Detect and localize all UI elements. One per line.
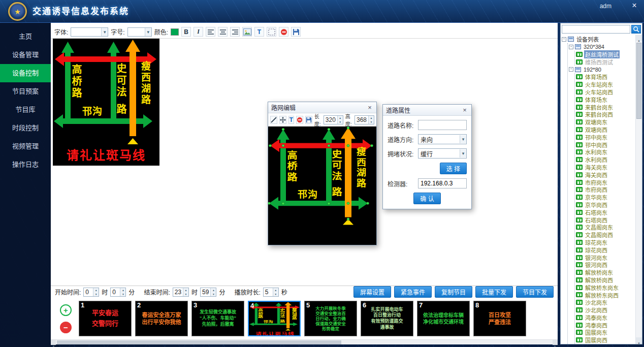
save-icon[interactable] xyxy=(291,27,301,37)
remove-program-button[interactable] xyxy=(60,322,72,333)
spin-arrows[interactable] xyxy=(93,288,99,296)
close-icon[interactable] xyxy=(461,107,468,114)
action-button[interactable]: 复制节目 xyxy=(435,286,472,298)
tree-device-item[interactable]: 鸿泰岗东 xyxy=(576,313,635,321)
sidebar-item[interactable]: 时段控制 xyxy=(0,119,51,137)
tree-device-item[interactable]: 水利岗东 xyxy=(576,148,635,156)
tree-device-item[interactable]: 邗中岗西 xyxy=(576,141,635,148)
tree-device-item[interactable]: 解放桥东岗东 xyxy=(576,283,635,291)
playlist-item-7[interactable]: 7 依法治理非标车辆净化城市交通环境 xyxy=(417,301,470,336)
sign-preview[interactable]: 高桥路 史可法 路 邗沟 瘦西湖路 请礼让斑马线 xyxy=(53,39,159,166)
action-button[interactable]: 屏幕设置 xyxy=(353,286,391,298)
color-swatch[interactable] xyxy=(171,28,179,36)
tree-group-320x384[interactable]: 320*384 xyxy=(569,43,635,51)
delete-icon[interactable] xyxy=(296,116,303,124)
device-search-input[interactable] xyxy=(562,25,630,34)
height-spinner[interactable]: 368 xyxy=(355,115,374,124)
tree-expander-icon[interactable] xyxy=(569,67,573,72)
draw-line-icon[interactable] xyxy=(270,116,277,124)
action-button[interactable]: 紧急事件 xyxy=(394,286,432,298)
sidebar-item[interactable]: 设备控制 xyxy=(0,64,51,82)
save-icon[interactable] xyxy=(305,116,312,124)
playlist-item-5[interactable]: 5 大力开展秋冬季交通安全整治百日行动，全力确保道路交通安全形势稳定 xyxy=(304,301,357,336)
tree-group-192x80[interactable]: 192*80 xyxy=(569,66,635,73)
scroll-down-icon[interactable] xyxy=(636,337,642,344)
tree-device-item[interactable]: 银河岗东 xyxy=(576,254,635,261)
tree-device-item[interactable]: 京华岗西 xyxy=(576,201,635,209)
road-props-titlebar[interactable]: 道路属性 xyxy=(383,105,471,116)
tree-device-item[interactable]: 双塘岗东 xyxy=(576,118,635,126)
align-right-icon[interactable] xyxy=(230,27,240,37)
spin-arrows[interactable] xyxy=(337,116,343,124)
playlist-item-1[interactable]: 1 平安春运交警同行 xyxy=(79,301,132,336)
spin-arrows[interactable] xyxy=(183,288,188,296)
tree-device-item[interactable]: 来鹤台岗东 xyxy=(576,103,635,111)
scrollbar-thumb[interactable] xyxy=(57,340,341,344)
spin-arrows[interactable] xyxy=(368,116,374,124)
playlist-item-4[interactable]: 4 高桥路 史可法 路 邗沟 瘦西湖路 xyxy=(248,301,301,336)
tree-device-item[interactable]: 双塘岗西 xyxy=(576,126,635,134)
playlist-item-6[interactable]: 6 扎实开展电动车百日整治行动有效预防道路交通事故 xyxy=(361,301,413,336)
close-icon[interactable] xyxy=(366,104,373,111)
align-center-icon[interactable] xyxy=(218,27,228,37)
duration-spinner[interactable]: 5 xyxy=(263,288,279,297)
tree-device-item[interactable]: 海关岗西 xyxy=(576,171,635,178)
tree-device-item[interactable]: 文昌阁岗西 xyxy=(576,231,635,239)
playlist-item-3[interactable]: 3 发生轻微交通事故“人不伤、车能动”先拍照，后撤离 xyxy=(191,301,244,336)
tree-device-item[interactable]: 文昌阁岗东 xyxy=(576,224,635,231)
tree-device-item[interactable]: 银河岗西 xyxy=(576,261,635,269)
tree-expander-icon[interactable] xyxy=(569,45,573,49)
tree-device-item[interactable]: 解放桥岗西 xyxy=(576,276,635,284)
move-icon[interactable] xyxy=(279,116,286,124)
tree-device-item[interactable]: 赵丝湾桥测试 xyxy=(576,51,635,58)
road-direction-select[interactable]: 来向 xyxy=(418,134,467,144)
end-hour-spinner[interactable]: 23 xyxy=(173,288,189,297)
tree-device-item[interactable]: 沙北岗东 xyxy=(576,299,635,306)
tree-device-item[interactable]: 解放桥东岗西 xyxy=(576,291,635,299)
user-label[interactable]: adm xyxy=(600,3,611,10)
insert-image-icon[interactable] xyxy=(242,27,252,37)
select-button[interactable]: 选 择 xyxy=(440,163,467,174)
scroll-left-icon[interactable] xyxy=(51,340,56,345)
tree-device-item[interactable]: 石塔岗西 xyxy=(576,216,635,224)
tree-device-item[interactable]: 体育场西 xyxy=(576,73,635,81)
action-button[interactable]: 批量下发 xyxy=(475,286,513,298)
dashed-box-icon[interactable] xyxy=(267,27,276,37)
playlist-item-2[interactable]: 2 春运安全连万家出行平安你我他 xyxy=(135,301,188,336)
playlist-item-8[interactable]: 8 百日攻坚严查违法 xyxy=(473,301,526,336)
scroll-right-icon[interactable] xyxy=(553,340,558,345)
sidebar-item[interactable]: 节目预案 xyxy=(0,82,51,101)
start-hour-spinner[interactable]: 0 xyxy=(83,288,99,297)
tree-device-item[interactable]: 国展岗东 xyxy=(576,329,635,336)
tree-device-item[interactable]: 沙北岗西 xyxy=(576,306,635,314)
spin-arrows[interactable] xyxy=(273,288,278,296)
scroll-up-icon[interactable] xyxy=(636,35,642,41)
scrollbar-thumb[interactable] xyxy=(636,43,641,119)
tree-device-item[interactable]: 体育场东 xyxy=(576,96,635,103)
sidebar-item[interactable]: 操作日志 xyxy=(0,155,51,174)
tree-device-item[interactable]: 京华岗东 xyxy=(576,194,635,201)
tree-device-item[interactable]: 石塔岗东 xyxy=(576,208,635,216)
tree-device-item[interactable]: 琼花岗东 xyxy=(576,239,635,246)
tree-device-item[interactable]: 来鹤台岗西 xyxy=(576,111,635,118)
tree-device-item[interactable]: 市府岗西 xyxy=(576,186,635,194)
font-family-select[interactable] xyxy=(71,27,108,37)
sidebar-item[interactable]: 节目库 xyxy=(0,101,51,119)
start-minute-spinner[interactable]: 0 xyxy=(110,288,126,297)
text-tool-icon[interactable]: T xyxy=(288,116,294,124)
sidebar-item[interactable]: 视频管理 xyxy=(0,137,51,155)
tree-device-item[interactable]: 解放桥岗东 xyxy=(576,269,635,276)
tree-device-item[interactable]: 火车站岗东 xyxy=(576,81,635,88)
tree-root[interactable]: 设备列表 xyxy=(562,36,635,43)
tree-device-item[interactable]: 琼花岗西 xyxy=(576,246,635,254)
search-button[interactable] xyxy=(631,25,641,34)
length-spinner[interactable]: 320 xyxy=(324,115,343,124)
horizontal-scrollbar[interactable] xyxy=(51,339,558,344)
tree-device-item[interactable]: 维扬西测试 xyxy=(576,58,635,66)
end-minute-spinner[interactable]: 59 xyxy=(200,288,216,297)
tree-device-item[interactable]: 水利岗西 xyxy=(576,156,635,164)
tree-device-item[interactable]: 鸿泰岗西 xyxy=(576,321,635,329)
road-name-input[interactable] xyxy=(418,120,467,130)
delete-icon[interactable] xyxy=(279,27,288,37)
tree-device-item[interactable]: 市府岗东 xyxy=(576,178,635,186)
